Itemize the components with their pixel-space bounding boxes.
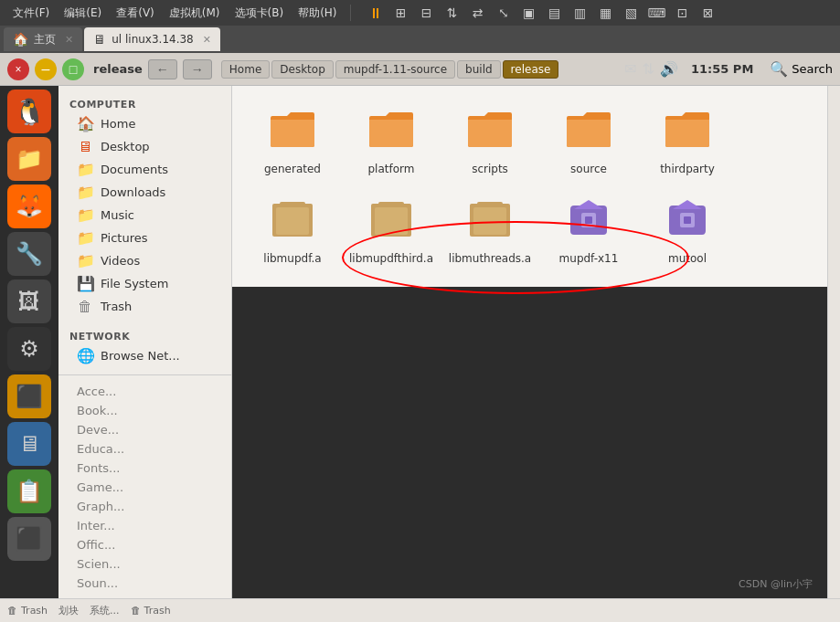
sidebar-item-browse-net[interactable]: 🌐 Browse Net... xyxy=(58,344,231,367)
sidebar-item-acces[interactable]: Acce... xyxy=(58,382,231,401)
tab-ui-linux[interactable]: 🖥 ul linux3.14.38 ✕ xyxy=(84,27,220,51)
sidebar-item-syste[interactable]: Syste... xyxy=(58,593,231,598)
toolbar-icon9[interactable]: ▦ xyxy=(596,3,616,23)
toolbar-icon12[interactable]: ⊡ xyxy=(673,3,693,23)
forward-button[interactable]: → xyxy=(183,59,212,79)
right-scrollbar[interactable] xyxy=(827,86,840,598)
sidebar-item-scien[interactable]: Scien... xyxy=(58,554,231,574)
window-minimize-button[interactable]: – xyxy=(35,58,57,80)
menu-edit[interactable]: 编辑(E) xyxy=(58,4,107,23)
sidebar-item-inter[interactable]: Inter... xyxy=(58,516,231,535)
sidebar-item-trash[interactable]: 🗑 Trash xyxy=(58,295,231,318)
menu-view[interactable]: 查看(V) xyxy=(111,4,160,23)
sidebar-item-documents[interactable]: 📁 Documents xyxy=(58,158,231,181)
dock-firefox[interactable]: 🦊 xyxy=(7,184,51,228)
toolbar-icon13[interactable]: ⊠ xyxy=(698,3,718,23)
menu-tab[interactable]: 选项卡(B) xyxy=(229,4,290,23)
toolbar-icon7[interactable]: ▤ xyxy=(545,3,565,23)
breadcrumb-release[interactable]: release xyxy=(503,60,559,79)
toolbar-icon10[interactable]: ▧ xyxy=(622,3,642,23)
file-mupdf-x11[interactable]: mupdf-x11 xyxy=(543,190,634,272)
sidebar-item-pictures[interactable]: 📁 Pictures xyxy=(58,227,231,249)
sidebar-item-trash-label: Trash xyxy=(101,300,132,313)
file-libmuthreads[interactable]: libmuthreads.a xyxy=(444,190,536,272)
file-libmupdf[interactable]: libmupdf.a xyxy=(247,190,338,272)
search-label[interactable]: Search xyxy=(792,62,833,76)
sidebar-item-soun[interactable]: Soun... xyxy=(58,574,231,593)
toolbar-icon6[interactable]: ▣ xyxy=(519,3,539,23)
sidebar-item-music[interactable]: 📁 Music xyxy=(58,204,231,227)
sidebar-item-desktop[interactable]: 🖥 Desktop xyxy=(58,135,231,158)
game-label: Game... xyxy=(77,480,123,494)
status-item4[interactable]: 🗑 Trash xyxy=(131,605,171,617)
breadcrumb-home[interactable]: Home xyxy=(221,60,270,79)
toolbar-icon1[interactable]: ⊞ xyxy=(391,3,411,23)
dock-app4[interactable]: 🖼 xyxy=(7,279,51,323)
menu-file[interactable]: 文件(F) xyxy=(7,4,55,23)
file-libmupdfthird[interactable]: libmupdfthird.a xyxy=(346,190,437,272)
address-bar: × – □ release ← → Home Desktop mupdf-1.1… xyxy=(0,53,840,86)
dock-app9[interactable]: ⬛ xyxy=(7,517,51,561)
file-platform[interactable]: platform xyxy=(346,100,437,183)
dock-app7[interactable]: 🖥 xyxy=(7,422,51,466)
window-maximize-button[interactable]: □ xyxy=(62,58,84,80)
search-icon[interactable]: 🔍 xyxy=(770,60,788,78)
home-tab-close[interactable]: ✕ xyxy=(65,34,73,46)
syste-label: Syste... xyxy=(77,596,121,598)
status-item2[interactable]: 划块 xyxy=(58,604,79,617)
file-generated[interactable]: generated xyxy=(247,100,338,183)
home-icon: 🏠 xyxy=(77,115,93,132)
tray-sort-icon[interactable]: ⇅ xyxy=(643,60,654,78)
file-thirdparty[interactable]: thirdparty xyxy=(642,100,733,183)
file-source[interactable]: source xyxy=(543,100,634,183)
search-area: 🔍 Search xyxy=(770,60,833,78)
toolbar-icon5[interactable]: ⤡ xyxy=(494,3,514,23)
sidebar-item-educa[interactable]: Educa... xyxy=(58,439,231,459)
file-scripts[interactable]: scripts xyxy=(444,100,536,183)
sidebar-item-documents-label: Documents xyxy=(101,163,168,176)
toolbar-icon11[interactable]: ⌨ xyxy=(647,3,667,23)
clock: 11:55 PM xyxy=(691,62,753,76)
generated-label: generated xyxy=(264,163,321,175)
file-mutool[interactable]: mutool xyxy=(642,190,733,272)
dock-app8[interactable]: 📋 xyxy=(7,469,51,513)
breadcrumb-desktop[interactable]: Desktop xyxy=(271,60,334,79)
menu-vm[interactable]: 虚拟机(M) xyxy=(164,4,226,23)
ui-linux-tab-close[interactable]: ✕ xyxy=(203,34,211,46)
dock-ubuntu[interactable]: 🐧 xyxy=(7,90,51,133)
menu-help[interactable]: 帮助(H) xyxy=(292,4,342,23)
content-wrapper: generated platform scrip xyxy=(232,86,827,598)
sidebar-item-graph[interactable]: Graph... xyxy=(58,497,231,516)
sidebar-item-fonts[interactable]: Fonts... xyxy=(58,459,231,478)
sidebar-item-videos[interactable]: 📁 Videos xyxy=(58,249,231,272)
dock-app6[interactable]: ⬛ xyxy=(7,374,51,418)
status-item3[interactable]: 系统... xyxy=(90,604,120,617)
dock-files[interactable]: 📁 xyxy=(7,137,51,181)
tray-envelope-icon[interactable]: ✉ xyxy=(624,60,636,78)
toolbar-icon3[interactable]: ⇅ xyxy=(442,3,463,23)
status-trash[interactable]: 🗑 Trash xyxy=(7,605,48,617)
toolbar-icon2[interactable]: ⊟ xyxy=(417,3,437,23)
generated-folder-icon xyxy=(271,108,314,159)
sidebar-item-deve[interactable]: Deve... xyxy=(58,420,231,439)
toolbar-icon4[interactable]: ⇄ xyxy=(468,3,488,23)
toolbar-icon8[interactable]: ▥ xyxy=(570,3,590,23)
sidebar-item-filesystem[interactable]: 💾 File System xyxy=(58,272,231,295)
svg-rect-6 xyxy=(585,216,592,224)
acces-label: Acce... xyxy=(77,385,116,398)
window-close-button[interactable]: × xyxy=(7,58,29,80)
tray-volume-icon[interactable]: 🔊 xyxy=(660,60,678,78)
back-button[interactable]: ← xyxy=(148,59,177,79)
sidebar-item-home[interactable]: 🏠 Home xyxy=(58,112,231,135)
tab-home[interactable]: 🏠 主页 ✕ xyxy=(4,27,82,51)
dock-app3[interactable]: 🔧 xyxy=(7,232,51,276)
breadcrumb-mupdf[interactable]: mupdf-1.11-source xyxy=(335,60,455,79)
breadcrumb-build[interactable]: build xyxy=(457,60,501,79)
sidebar-item-game[interactable]: Game... xyxy=(58,478,231,497)
mutool-label: mutool xyxy=(668,252,707,265)
sidebar-item-downloads[interactable]: 📁 Downloads xyxy=(58,181,231,204)
dock-app5[interactable]: ⚙ xyxy=(7,327,51,371)
sidebar-item-offic[interactable]: Offic... xyxy=(58,535,231,554)
pause-icon[interactable]: ⏸ xyxy=(366,3,386,23)
sidebar-item-book[interactable]: Book... xyxy=(58,401,231,420)
